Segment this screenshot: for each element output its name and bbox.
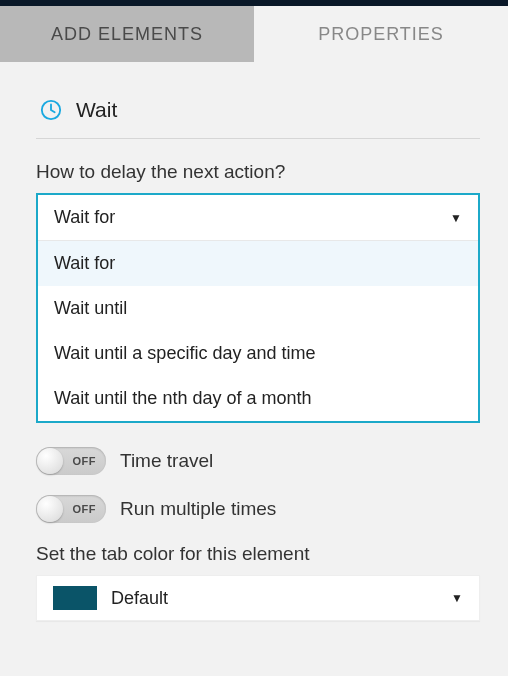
toggle-knob [37,448,63,474]
toggle-time-travel-label: Time travel [120,450,213,472]
toggle-knob [37,496,63,522]
tab-color-label: Set the tab color for this element [36,543,480,565]
toggle-state-text: OFF [73,503,97,515]
section-title: Wait [76,98,117,122]
tab-color-name: Default [111,588,437,609]
toggle-run-multiple-label: Run multiple times [120,498,276,520]
main-tabs: ADD ELEMENTS PROPERTIES [0,6,508,62]
toggle-time-travel-row: OFF Time travel [36,447,480,475]
delay-option[interactable]: Wait until a specific day and time [38,331,478,376]
delay-dropdown[interactable]: Wait for ▼ Wait for Wait until Wait unti… [36,193,480,423]
delay-option[interactable]: Wait for [38,241,478,286]
delay-label: How to delay the next action? [36,161,480,183]
section-header: Wait [36,80,480,139]
tab-properties[interactable]: PROPERTIES [254,6,508,62]
color-swatch [53,586,97,610]
toggle-run-multiple[interactable]: OFF [36,495,106,523]
toggle-run-multiple-row: OFF Run multiple times [36,495,480,523]
toggle-time-travel[interactable]: OFF [36,447,106,475]
delay-option[interactable]: Wait until the nth day of a month [38,376,478,421]
tab-add-elements[interactable]: ADD ELEMENTS [0,6,254,62]
delay-option[interactable]: Wait until [38,286,478,331]
clock-icon [40,99,62,121]
delay-dropdown-selected-text: Wait for [54,207,115,228]
delay-dropdown-list: Wait for Wait until Wait until a specifi… [38,241,478,421]
tab-color-select[interactable]: Default ▼ [36,575,480,621]
properties-panel: Wait How to delay the next action? Wait … [0,62,508,661]
toggle-state-text: OFF [73,455,97,467]
chevron-down-icon: ▼ [450,211,462,225]
chevron-down-icon: ▼ [451,591,463,605]
delay-dropdown-selected[interactable]: Wait for ▼ [38,195,478,241]
